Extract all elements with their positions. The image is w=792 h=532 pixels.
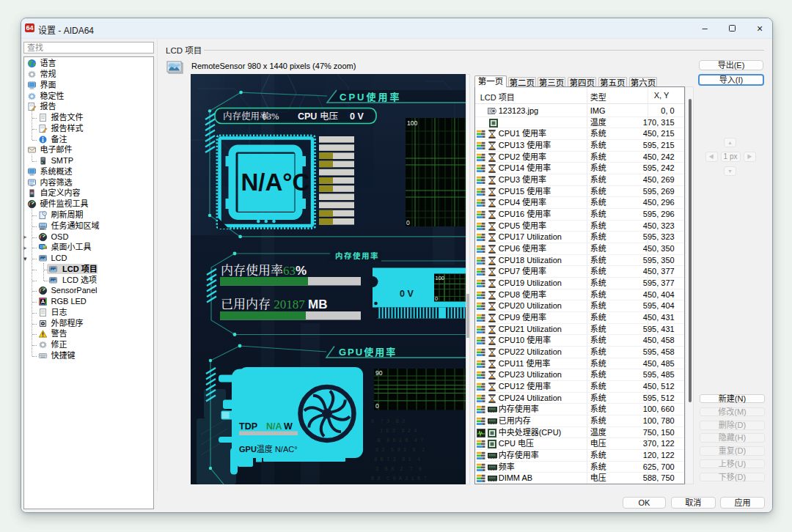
svg-text:8 B 7 3 9 1 4: 8 B 7 3 9 1 4 [371,457,420,462]
svg-text:已用内存 20187 MB: 已用内存 20187 MB [221,298,327,311]
svg-text:CPU 电压: CPU 电压 [298,111,338,122]
svg-text:TDP: TDP [239,421,257,432]
svg-text:内存使用率63%: 内存使用率63% [223,111,279,122]
svg-text:W: W [284,421,293,432]
svg-text:内存使用率: 内存使用率 [335,251,379,260]
svg-text:3 B 8 2 7 8: 3 B 8 2 7 8 [375,466,422,472]
svg-text:8 7 3 B 2: 8 7 3 B 2 [371,418,405,424]
svg-text:0 V: 0 V [350,111,364,122]
svg-text:B 8 C 0 A 2 1 B 7: B 8 C 0 A 2 1 B 7 [371,476,427,481]
svg-text:8 2 5 9 3 8 2: 8 2 5 9 3 8 2 [375,447,425,453]
svg-text:N/A: N/A [266,421,282,432]
svg-text:0: 0 [406,219,410,226]
svg-text:90: 90 [375,369,383,377]
svg-text:GPU温度 N/AC°: GPU温度 N/AC° [239,444,298,454]
svg-text:GPU使用率: GPU使用率 [339,347,397,358]
svg-text:B 8 6 2 6 4 7: B 8 6 2 6 4 7 [371,437,423,443]
svg-text:CPU使用率: CPU使用率 [340,92,401,103]
svg-text:100: 100 [436,275,445,281]
svg-text:100: 100 [407,119,417,127]
svg-text:A: A [41,298,45,305]
svg-text:0: 0 [375,402,379,410]
svg-text:1 E 3 9 2 4: 1 E 3 9 2 4 [380,428,417,434]
svg-text:0 V: 0 V [400,289,414,299]
svg-text:内存使用率63%: 内存使用率63% [221,264,307,278]
svg-text:0: 0 [435,295,438,302]
svg-text:N/A°C: N/A°C [241,169,310,196]
